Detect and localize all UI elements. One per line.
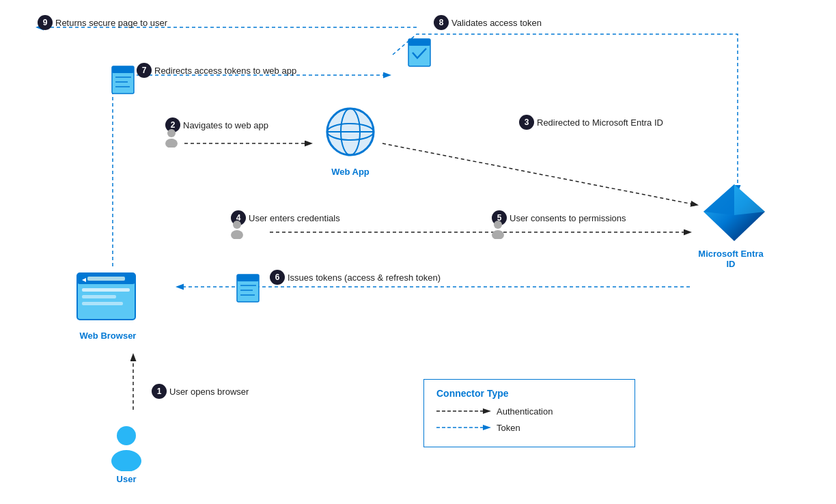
connector-type-box: Connector Type Authentication Token	[423, 379, 635, 447]
step9-badge: 9	[38, 15, 53, 30]
svg-marker-41	[483, 408, 491, 414]
svg-rect-9	[87, 277, 125, 281]
token-line-icon	[436, 422, 491, 433]
web-browser-node: Web Browser	[74, 266, 142, 341]
token-doc-icon-6	[236, 273, 262, 304]
connector-token-label: Token	[497, 423, 520, 433]
step7-text: 7 Redirects access tokens to web app	[137, 63, 296, 78]
svg-marker-21	[703, 184, 734, 215]
step5-text: 5 User consents to permissions	[492, 210, 626, 225]
web-app-icon	[320, 106, 381, 164]
entra-id-icon	[700, 181, 768, 246]
svg-point-39	[492, 230, 504, 239]
step7-label: Redirects access tokens to web app	[154, 66, 296, 76]
step8-label: Validates access token	[451, 18, 542, 28]
web-app-label: Web App	[320, 167, 381, 177]
step1-label: User opens browser	[169, 387, 249, 397]
svg-marker-20	[734, 184, 765, 215]
svg-point-37	[231, 230, 243, 239]
token-doc-step7	[111, 65, 137, 98]
token-doc-icon-7	[111, 65, 137, 96]
svg-point-6	[111, 450, 141, 471]
user-icon	[106, 423, 147, 471]
svg-marker-43	[483, 425, 491, 430]
auth-line-icon	[436, 406, 491, 417]
user-label: User	[106, 474, 147, 484]
svg-point-35	[165, 139, 178, 148]
step2-label: Navigates to web app	[183, 120, 268, 130]
svg-point-36	[233, 221, 241, 229]
web-browser-icon	[74, 266, 142, 328]
connector-row-token: Token	[436, 422, 622, 433]
svg-rect-23	[237, 275, 259, 281]
svg-point-38	[494, 221, 502, 229]
svg-rect-33	[408, 39, 430, 46]
step6-text: 6 Issues tokens (access & refresh token)	[270, 270, 441, 285]
step3-text: 3 Redirected to Microsoft Entra ID	[519, 115, 663, 130]
token-doc-step8	[407, 38, 433, 71]
svg-rect-10	[82, 288, 130, 292]
step9-label: Returns secure page to user	[55, 18, 167, 28]
step1-text: 1 User opens browser	[152, 384, 249, 399]
step4-label: User enters credentials	[249, 213, 340, 223]
step5-label: User consents to permissions	[510, 213, 626, 223]
step8-badge: 8	[434, 15, 449, 30]
diagram-container: User Web Browser	[0, 0, 836, 504]
svg-point-34	[167, 129, 176, 137]
person-step5	[490, 220, 505, 242]
svg-rect-11	[82, 295, 116, 298]
step3-badge: 3	[519, 115, 534, 130]
person-step2	[164, 128, 179, 150]
step9-text: 9 Returns secure page to user	[38, 15, 167, 30]
entra-id-node: Microsoft Entra ID	[697, 181, 772, 269]
token-doc-icon-8	[407, 38, 433, 68]
step6-label: Issues tokens (access & refresh token)	[288, 272, 441, 283]
step6-badge: 6	[270, 270, 285, 285]
web-app-node: Web App	[320, 106, 381, 177]
web-browser-label: Web Browser	[74, 331, 142, 341]
step4-text: 4 User enters credentials	[231, 210, 340, 225]
token-doc-step6	[236, 273, 262, 307]
svg-line-1	[382, 143, 697, 205]
person-step4	[229, 220, 245, 242]
step3-label: Redirected to Microsoft Entra ID	[537, 117, 663, 128]
entra-id-label: Microsoft Entra ID	[693, 249, 768, 269]
connector-row-auth: Authentication	[436, 406, 622, 417]
step1-badge: 1	[152, 384, 167, 399]
connector-type-title: Connector Type	[436, 388, 622, 399]
svg-rect-28	[112, 66, 134, 73]
step8-text: 8 Validates access token	[434, 15, 542, 30]
user-node: User	[106, 423, 147, 484]
svg-point-5	[117, 426, 136, 445]
step7-badge: 7	[137, 63, 152, 78]
step2-text: 2 Navigates to web app	[165, 117, 268, 132]
connector-auth-label: Authentication	[497, 406, 553, 417]
svg-rect-12	[82, 302, 123, 305]
